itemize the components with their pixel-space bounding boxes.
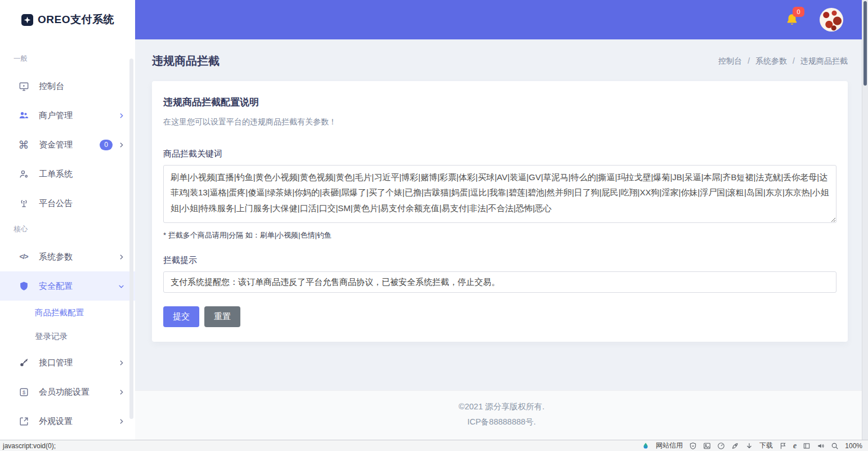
shield-icon (17, 281, 30, 292)
water-drop-icon[interactable] (642, 442, 650, 450)
shield-check-icon[interactable] (689, 442, 697, 450)
sidebar-item-announcements[interactable]: 平台公告 (0, 189, 135, 218)
sidebar-item-api-management[interactable]: 接口管理 (0, 348, 135, 377)
window-layout-icon[interactable] (803, 442, 811, 450)
user-avatar[interactable] (820, 8, 843, 32)
funds-count-badge: 0 (100, 140, 113, 150)
zoom-level-label[interactable]: 100% (845, 442, 862, 450)
chevron-right-icon (118, 418, 125, 425)
browser-scrollbar[interactable] (862, 0, 868, 440)
broadcast-icon (17, 198, 30, 209)
keywords-hint: * 拦截多个商品请用|分隔 如：刷单|小视频|色情|钓鱼 (163, 230, 836, 240)
sidebar-item-tickets[interactable]: 工单系统 (0, 159, 135, 189)
page-header: 违规商品拦截 控制台 / 系统参数 / 违规商品拦截 (135, 39, 868, 81)
ie-icon[interactable]: e (793, 441, 797, 450)
code-icon: </> (17, 253, 30, 261)
app-logo[interactable]: OREO支付系统 (0, 0, 135, 39)
money-icon: $ (17, 387, 30, 398)
site-credit-label[interactable]: 网站信用 (656, 441, 683, 450)
speed-gauge-icon[interactable] (717, 442, 725, 450)
chevron-right-icon (118, 389, 125, 396)
breadcrumb: 控制台 / 系统参数 / 违规商品拦截 (718, 56, 848, 66)
notification-count-badge: 0 (793, 7, 804, 17)
image-icon[interactable] (703, 442, 711, 450)
chevron-right-icon (118, 112, 125, 119)
sidebar-item-funds[interactable]: ⌘ 资金管理 0 (0, 130, 135, 159)
status-bar-tools: 网站信用 下载 e 100% (642, 441, 862, 450)
scrollbar-thumb[interactable] (863, 1, 867, 86)
sidebar-item-system-params[interactable]: </> 系统参数 (0, 242, 135, 271)
sidebar-subitem-login-records[interactable]: 登录记录 (0, 324, 135, 348)
breadcrumb-console[interactable]: 控制台 (718, 56, 742, 66)
sidebar-item-security-config[interactable]: 安全配置 (0, 271, 135, 301)
top-navbar: 0 (135, 0, 868, 39)
layout-icon (17, 416, 30, 427)
user-gear-icon (17, 169, 30, 180)
sidebar: OREO支付系统 一般 控制台 商户管理 ⌘ 资金管理 0 (0, 0, 135, 440)
chevron-right-icon (118, 359, 125, 367)
card-title: 违规商品拦截配置说明 (163, 96, 836, 109)
flag-icon[interactable] (779, 442, 787, 450)
breadcrumb-current: 违规商品拦截 (800, 56, 848, 66)
footer-copyright: ©2021 源分享版权所有. (135, 399, 868, 414)
tip-input[interactable] (163, 271, 836, 293)
breadcrumb-separator: / (748, 56, 750, 66)
sidebar-item-member-settings[interactable]: $ 会员功能设置 (0, 377, 135, 407)
chevron-right-icon (118, 253, 125, 261)
search-zoom-icon[interactable] (831, 442, 839, 450)
logo-shield-icon (21, 14, 33, 26)
main-content: 违规商品拦截 控制台 / 系统参数 / 违规商品拦截 违规商品拦截配置说明 在这… (135, 39, 868, 440)
sidebar-nav: 一般 控制台 商户管理 ⌘ 资金管理 0 (0, 39, 135, 436)
speaker-icon[interactable] (817, 442, 825, 450)
form-actions: 提交 重置 (163, 306, 836, 327)
chevron-right-icon (118, 141, 125, 149)
breadcrumb-separator: / (793, 56, 795, 66)
nav-section-general: 一般 (0, 47, 135, 72)
notifications-button[interactable]: 0 (785, 12, 799, 27)
page-footer: ©2021 源分享版权所有. ICP备88888888号. (135, 390, 868, 440)
page-title: 违规商品拦截 (152, 53, 220, 69)
reset-button[interactable]: 重置 (204, 306, 240, 327)
svg-text:$: $ (22, 389, 25, 395)
breadcrumb-system-params[interactable]: 系统参数 (755, 56, 787, 66)
command-icon: ⌘ (17, 140, 30, 150)
sidebar-scrollbar[interactable] (129, 59, 133, 419)
download-arrow-icon[interactable] (745, 442, 753, 450)
tip-label: 拦截提示 (163, 255, 836, 266)
card-subtitle: 在这里您可以设置平台的违规商品拦截有关参数！ (163, 117, 836, 127)
interception-config-card: 违规商品拦截配置说明 在这里您可以设置平台的违规商品拦截有关参数！ 商品拦截关键… (152, 81, 848, 342)
nav-section-core: 核心 (0, 218, 135, 242)
link-preview-text: javascript:void(0); (3, 442, 56, 450)
download-label[interactable]: 下载 (759, 441, 773, 450)
app-title: OREO支付系统 (38, 12, 114, 27)
key-icon (17, 358, 30, 368)
sidebar-subitem-product-interception[interactable]: 商品拦截配置 (0, 301, 135, 324)
submit-button[interactable]: 提交 (163, 306, 199, 327)
sidebar-item-console[interactable]: 控制台 (0, 72, 135, 101)
desktop-icon (17, 81, 30, 92)
browser-status-bar: javascript:void(0); 网站信用 下载 e (0, 440, 868, 451)
keywords-label: 商品拦截关键词 (163, 149, 836, 159)
chevron-down-icon (118, 283, 125, 290)
users-icon (17, 110, 30, 121)
keywords-textarea[interactable]: 刷单|小视频|直播|钓鱼|黄色小视频|黄色视频|黄色|毛片|习近平|博彩|赌博|… (163, 165, 836, 223)
footer-icp: ICP备88888888号. (135, 414, 868, 430)
sidebar-item-appearance[interactable]: 外观设置 (0, 407, 135, 436)
rocket-icon[interactable] (731, 442, 739, 450)
sidebar-item-merchants[interactable]: 商户管理 (0, 101, 135, 130)
